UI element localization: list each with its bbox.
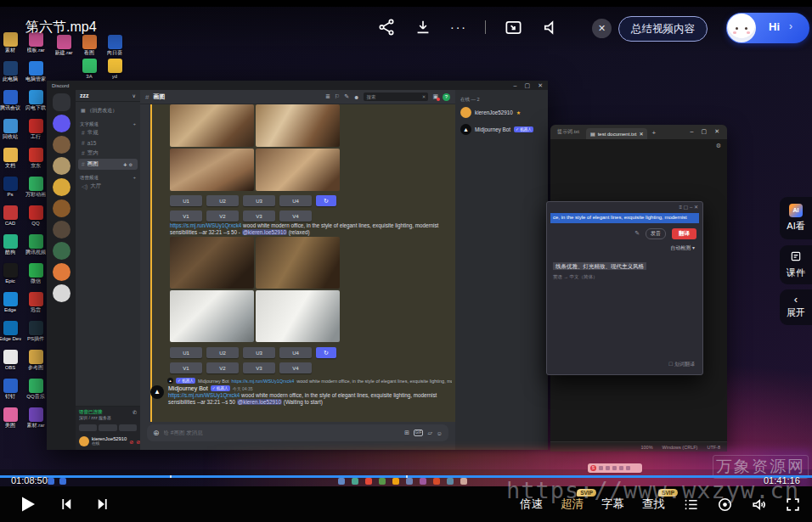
generated-image[interactable] (170, 237, 254, 289)
summarize-video-button[interactable]: 总结视频内容 (618, 16, 708, 42)
server-header[interactable]: zzz ∨ (76, 90, 140, 102)
upscale-button[interactable]: U4 (279, 347, 312, 358)
translator-titlebar[interactable]: ≡ ▢ – ✕ (547, 202, 702, 211)
text-channel-section[interactable]: 文字频道+ (78, 121, 138, 127)
tab-inactive[interactable]: 提示词.txt (555, 128, 582, 139)
desktop-icon[interactable]: yd (91, 59, 138, 80)
maximize-icon[interactable]: ▢ (702, 128, 708, 135)
generated-image[interactable] (170, 104, 254, 147)
event-item[interactable]: ▦ （旧房改造） (78, 105, 138, 116)
midjourney-avatar[interactable]: ▲ (150, 385, 164, 399)
expand-button[interactable]: ‹ 展开 (780, 289, 812, 325)
server-icon[interactable] (53, 178, 70, 196)
upscale-button[interactable]: U2 (206, 195, 239, 206)
close-tab-icon[interactable]: ✕ (639, 131, 643, 137)
reply-context[interactable]: ▲ ✓ 机器人 Midjourney Bot https://s.mj.run/… (150, 378, 452, 384)
member-row[interactable]: kierenJoe52910 ★ (460, 107, 543, 118)
prompt-link[interactable]: https://s.mj.run/WSUy1Qrxck4 (232, 379, 295, 384)
activity-button[interactable] (119, 424, 137, 431)
desktop-icon[interactable]: 电脑管家 (12, 61, 59, 82)
reroll-button[interactable]: ↻ (316, 347, 336, 358)
screenshare-button[interactable] (99, 424, 116, 431)
search-input[interactable]: 搜索✕ (364, 93, 428, 101)
ai-watch-button[interactable]: AI AI看 (780, 197, 812, 239)
variation-button[interactable]: V1 (170, 362, 202, 373)
tab-active[interactable]: ▤ test document.txt ✕ (586, 128, 647, 139)
maximize-icon[interactable]: ▢ (525, 81, 531, 90)
midjourney-image-grid[interactable] (170, 237, 340, 342)
mic-muted-icon[interactable]: ⊘ (129, 439, 133, 445)
quality-button[interactable]: 超清 SVIP (561, 497, 584, 512)
bot-name[interactable]: Midjourney Bot (168, 385, 208, 391)
picture-in-picture-icon[interactable] (504, 18, 523, 37)
minimize-icon[interactable]: – (514, 81, 517, 90)
variation-button[interactable]: V3 (243, 362, 275, 373)
camera-button[interactable] (79, 424, 97, 431)
generated-image[interactable] (256, 104, 340, 147)
assistant-button[interactable]: Hi › (726, 13, 809, 43)
variation-button[interactable]: V2 (206, 362, 239, 373)
variation-button[interactable]: V1 (170, 210, 202, 222)
help-icon[interactable]: ? (443, 93, 450, 101)
generated-image[interactable] (256, 149, 340, 191)
gif-icon[interactable]: GIF (414, 429, 424, 436)
gift-icon[interactable]: ⊞ (404, 429, 409, 436)
find-button[interactable]: 查找 SVIP (642, 497, 665, 512)
server-icon[interactable] (53, 115, 70, 132)
pin-icon[interactable]: ✎ (344, 93, 349, 100)
voice-channel-section[interactable]: 语音频道+ (78, 175, 138, 181)
next-episode-button[interactable] (95, 497, 110, 512)
add-channel-icon[interactable]: + (133, 121, 136, 127)
translation-result[interactable]: 线条优雅、灯光精致、现代主义风格 (553, 262, 646, 270)
seek-bar[interactable] (0, 475, 812, 478)
clear-search-icon[interactable]: ✕ (422, 94, 426, 99)
server-icon[interactable] (53, 263, 70, 281)
desktop-icon[interactable]: 向日葵 (91, 35, 138, 56)
server-icon[interactable] (53, 157, 70, 175)
channel-item[interactable]: #常规 (78, 127, 138, 138)
channel-item[interactable]: #室内 (78, 148, 138, 159)
volume-icon[interactable] (751, 497, 767, 513)
upscale-button[interactable]: U1 (170, 195, 202, 206)
titlebar-icons[interactable]: ≡ ▢ – ✕ (679, 204, 698, 210)
variation-button[interactable]: V2 (206, 210, 239, 222)
upscale-button[interactable]: U2 (206, 347, 239, 358)
attach-icon[interactable]: ⊕ (153, 429, 160, 437)
play-button[interactable] (17, 494, 37, 514)
generated-image[interactable] (256, 237, 340, 289)
server-icon[interactable] (53, 284, 70, 302)
playback-speed-button[interactable]: 倍速 (520, 497, 543, 512)
prompt-link[interactable]: https://s.mj.run/WSUy1Qrxck4 (168, 392, 240, 398)
new-tab-button[interactable]: + (651, 129, 656, 139)
courseware-button[interactable]: 课件 (780, 245, 812, 284)
generated-image[interactable] (256, 290, 340, 342)
emoji-icon[interactable]: ☺ (437, 430, 443, 436)
server-icon[interactable] (53, 242, 70, 260)
minimize-icon[interactable]: – (691, 128, 694, 135)
pronounce-button[interactable]: 发音 (646, 228, 666, 239)
server-icon[interactable] (53, 221, 70, 239)
user-mention[interactable]: @kieren.loe52910 (242, 229, 287, 235)
channel-item-selected[interactable]: #画图 ✚⚙ (78, 159, 138, 170)
server-icon[interactable] (53, 93, 70, 111)
avatar[interactable] (79, 436, 89, 446)
language-select[interactable]: 自动检测 ▾ (555, 244, 695, 252)
message-scroll-area[interactable]: U1 U2 U3 U4 ↻ V1 V2 V3 V4 https://s.mj.r… (140, 104, 455, 422)
variation-button[interactable]: V4 (279, 210, 312, 222)
voice-channel-item[interactable]: ◁)大厅 (78, 181, 138, 192)
cast-icon[interactable] (717, 497, 733, 513)
word-translate-option[interactable]: ☐ 划词翻译 (668, 361, 695, 368)
discord-titlebar[interactable]: Discord – ▢ ✕ (47, 81, 548, 90)
close-summary-icon[interactable]: ✕ (592, 19, 612, 38)
edit-icon[interactable]: ✎ (634, 230, 640, 237)
reroll-button[interactable]: ↻ (316, 195, 336, 206)
members-icon[interactable]: ☻ (353, 94, 359, 100)
upscale-button[interactable]: U3 (243, 195, 275, 206)
server-icon[interactable] (53, 136, 70, 154)
download-icon[interactable] (414, 18, 432, 36)
speaker-icon[interactable] (541, 18, 561, 37)
close-icon[interactable]: ✕ (538, 81, 543, 90)
inbox-icon[interactable]: ▣ (432, 93, 438, 100)
previous-episode-button[interactable] (59, 497, 74, 512)
message-input[interactable]: ⊕ 给 #画图 发消息 ⊞ GIF ▱ ☺ (147, 424, 448, 441)
